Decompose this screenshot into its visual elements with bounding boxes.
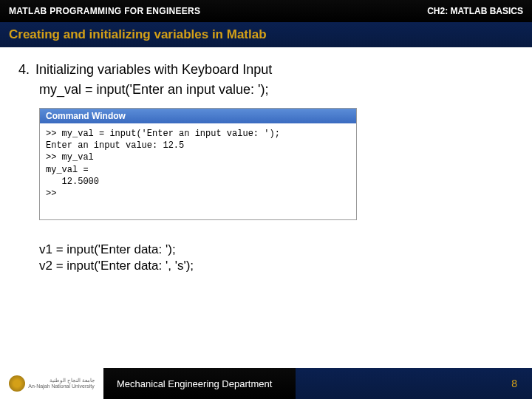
command-window-body: >> my_val = input('Enter an input value:…	[40, 123, 356, 219]
chapter-text: MATLAB BASICS	[448, 6, 523, 16]
item-number: 4.	[18, 62, 30, 78]
console-line: >>	[46, 188, 350, 200]
item-title: Initializing variables with Keyboard Inp…	[35, 62, 272, 78]
university-logo-area: جامعة النجاح الوطنية An-Najah National U…	[0, 368, 103, 399]
university-name-english: An-Najah National University	[28, 383, 94, 389]
university-name-arabic: جامعة النجاح الوطنية	[28, 378, 94, 383]
slide-header: MATLAB PROGRAMMING FOR ENGINEERS CH2: MA…	[0, 0, 532, 22]
matlab-command-window: Command Window >> my_val = input('Enter …	[39, 108, 357, 220]
footer-right: 8	[296, 368, 532, 399]
logo-box: جامعة النجاح الوطنية An-Najah National U…	[9, 375, 94, 392]
code-example: my_val = input('Enter an input value: ')…	[39, 82, 514, 98]
university-logo-icon	[9, 375, 25, 392]
console-line: >> my_val = input('Enter an input value:…	[46, 128, 350, 140]
department-label: Mechanical Engineering Department	[103, 368, 296, 399]
console-line: my_val =	[46, 164, 350, 176]
page-number: 8	[511, 378, 517, 389]
slide-footer: جامعة النجاح الوطنية An-Najah National U…	[0, 368, 532, 399]
university-name: جامعة النجاح الوطنية An-Najah National U…	[28, 378, 94, 389]
course-title: MATLAB PROGRAMMING FOR ENGINEERS	[9, 6, 200, 16]
chapter-label: CH2: MATLAB BASICS	[427, 6, 523, 16]
slide-content: 4. Initializing variables with Keyboard …	[0, 47, 532, 282]
console-line: >> my_val	[46, 151, 350, 163]
command-window-titlebar: Command Window	[40, 109, 356, 123]
chapter-prefix: CH2:	[427, 6, 448, 16]
list-item: 4. Initializing variables with Keyboard …	[18, 62, 514, 78]
slide-subheader: Creating and initializing variables in M…	[0, 22, 532, 47]
additional-examples: v1 = input('Enter data: '); v2 = input('…	[39, 242, 514, 273]
console-line: Enter an input value: 12.5	[46, 140, 350, 151]
example-line-2: v2 = input('Enter data: ', 's');	[39, 259, 514, 273]
slide-title: Creating and initializing variables in M…	[9, 27, 267, 42]
console-line: 12.5000	[46, 176, 350, 188]
example-line-1: v1 = input('Enter data: ');	[39, 242, 514, 257]
